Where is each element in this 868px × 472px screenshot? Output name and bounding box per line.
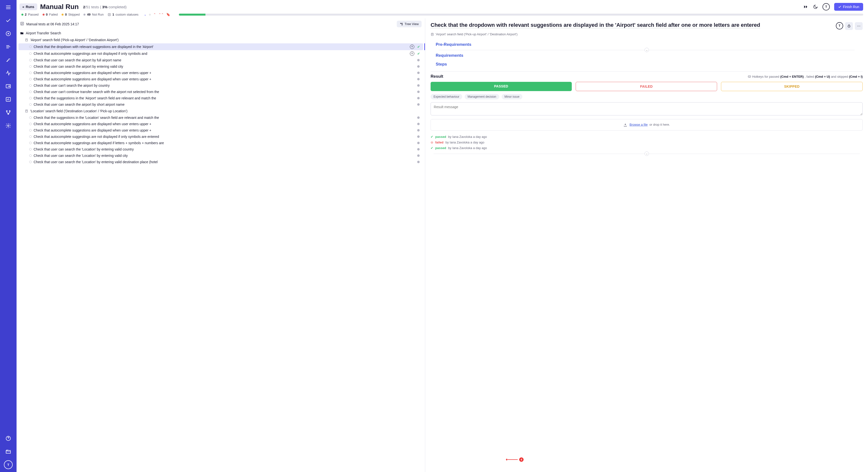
test-row[interactable]: Check that user can search the airport b… bbox=[19, 57, 423, 63]
test-row[interactable]: Check that the dropdown with relevant su… bbox=[19, 43, 423, 50]
left-pane: Manual tests at 06 Feb 2025 14:17 Tree V… bbox=[17, 18, 425, 472]
folder-label: Airport Transfer Search bbox=[26, 31, 61, 35]
test-row[interactable]: Check that the suggestions in the 'Airpo… bbox=[19, 95, 423, 101]
result-tag[interactable]: Minor issue bbox=[502, 94, 522, 99]
stat-filter-icons: ⌄ ○ ⌃ ⌃⌃ 🔖 bbox=[144, 13, 170, 16]
suite-row[interactable]: 'Location' search field ('Destination Lo… bbox=[19, 108, 423, 115]
test-row[interactable]: Check that user can search the 'Location… bbox=[19, 159, 423, 165]
stat-custom: 1custom statuses bbox=[107, 13, 138, 16]
stairs-icon[interactable] bbox=[4, 56, 13, 64]
test-row[interactable]: Check that user can search the airport b… bbox=[19, 101, 423, 108]
result-message-input[interactable] bbox=[431, 102, 863, 115]
stat-notrun: 49Not Run bbox=[84, 13, 103, 16]
result-tag[interactable]: Expected behaviour bbox=[431, 94, 462, 99]
test-row[interactable]: Check that autocomplete suggestions are … bbox=[19, 121, 423, 127]
chevron-up-icon[interactable]: ⌃ bbox=[153, 13, 156, 16]
result-tag[interactable]: Management decision bbox=[465, 94, 499, 99]
test-label: Check that autocomplete suggestings are … bbox=[34, 52, 408, 56]
status-ring-icon bbox=[29, 142, 32, 144]
play-icon[interactable] bbox=[4, 29, 13, 38]
test-row[interactable]: Check that autocomplete suggestings are … bbox=[19, 140, 423, 146]
file-dropzone[interactable]: Browse a file or drop it here. bbox=[431, 119, 863, 130]
passed-button[interactable]: PASSED bbox=[431, 82, 572, 91]
moon-icon[interactable] bbox=[813, 4, 818, 9]
collapse-toggle[interactable]: ⌄ bbox=[645, 48, 649, 52]
test-row[interactable]: Check that the suggestions in the 'Locat… bbox=[19, 115, 423, 121]
tree-view-button[interactable]: Tree View bbox=[397, 21, 422, 27]
double-chevron-up-icon[interactable]: ⌃⌃ bbox=[158, 13, 164, 16]
bookmark-icon[interactable]: 🔖 bbox=[166, 13, 170, 16]
svg-point-6 bbox=[7, 125, 9, 126]
section-steps[interactable]: Steps bbox=[436, 60, 858, 69]
section-requirements[interactable]: Requirements bbox=[436, 51, 858, 60]
timer-button[interactable] bbox=[845, 22, 853, 30]
test-label: Check that user can search the 'Location… bbox=[34, 154, 415, 157]
assignee-avatar[interactable]: T bbox=[836, 22, 843, 29]
branch-icon[interactable] bbox=[4, 108, 13, 117]
fast-forward-icon[interactable] bbox=[803, 4, 808, 9]
status-ring-icon bbox=[29, 59, 32, 61]
test-label: Check that user can search the airport b… bbox=[34, 58, 415, 62]
result-tags: Expected behaviourManagement decisionMin… bbox=[431, 94, 863, 99]
history-row: ✔passed by Iana Zavoloka a day ago bbox=[431, 145, 863, 151]
folder-row[interactable]: Airport Transfer Search bbox=[19, 30, 423, 36]
result-history: ✔passed by Iana Zavoloka a day ago⊖faile… bbox=[431, 134, 863, 151]
failed-button[interactable]: FAILED bbox=[576, 82, 717, 91]
finish-run-label: Finish Run bbox=[843, 5, 859, 9]
status-ring-icon bbox=[29, 136, 32, 138]
test-row[interactable]: Check that autocomplete suggestions are … bbox=[19, 76, 423, 82]
history-meta: by Iana Zavoloka a day ago bbox=[448, 146, 487, 150]
status-ring-icon bbox=[29, 78, 32, 80]
test-row[interactable]: Check that user can't continue transfer … bbox=[19, 89, 423, 95]
browse-file-link[interactable]: Browse a file bbox=[629, 123, 648, 126]
list-icon[interactable] bbox=[4, 42, 13, 51]
test-row[interactable]: Check that autocomplete suggestions are … bbox=[19, 127, 423, 134]
status-ring-icon bbox=[29, 97, 32, 99]
history-row: ⊖failed by Iana Zavoloka a day ago bbox=[431, 140, 863, 145]
skipped-button[interactable]: SKIPPED bbox=[721, 82, 863, 91]
more-button[interactable]: ⋯ bbox=[855, 22, 863, 30]
settings-icon[interactable] bbox=[4, 121, 13, 130]
status-ring-icon bbox=[29, 46, 32, 48]
status-dot bbox=[417, 97, 420, 99]
analytics-icon[interactable] bbox=[4, 95, 13, 104]
history-meta: by Iana Zavoloka a day ago bbox=[448, 135, 487, 139]
test-label: Check that autocomplete suggestings are … bbox=[34, 135, 415, 139]
test-row[interactable]: Check that user can search the 'Location… bbox=[19, 146, 423, 152]
left-pane-subtitle: Manual tests at 06 Feb 2025 14:17 bbox=[26, 22, 79, 26]
progress-bar bbox=[179, 13, 863, 16]
test-row[interactable]: Check that user can search the airport b… bbox=[19, 63, 423, 70]
circle-icon[interactable]: ○ bbox=[149, 13, 151, 16]
chevron-down-icon[interactable]: ⌄ bbox=[144, 13, 147, 16]
check-circle-icon: ✔ bbox=[431, 146, 433, 150]
test-row[interactable]: Check that user can search the 'Location… bbox=[19, 152, 423, 159]
test-label: Check that the dropdown with relevant su… bbox=[34, 45, 408, 49]
assignee-avatar[interactable]: T bbox=[823, 3, 830, 10]
test-row[interactable]: Check that user can't search the airport… bbox=[19, 82, 423, 89]
test-row[interactable]: Check that autocomplete suggestings are … bbox=[19, 50, 423, 57]
test-label: Check that autocomplete suggestions are … bbox=[34, 71, 415, 75]
check-icon[interactable] bbox=[4, 16, 13, 25]
folders-icon[interactable] bbox=[4, 447, 13, 456]
back-label: Runs bbox=[26, 5, 34, 9]
activity-icon[interactable] bbox=[4, 69, 13, 78]
app-logo[interactable]: T bbox=[4, 460, 13, 469]
help-icon[interactable] bbox=[4, 434, 13, 443]
test-row[interactable]: Check that autocomplete suggestings are … bbox=[19, 134, 423, 140]
test-label: Check that autocomplete suggestings are … bbox=[34, 141, 415, 145]
test-label: Check that user can search the 'Location… bbox=[34, 160, 415, 164]
back-button[interactable]: « Runs bbox=[20, 3, 37, 10]
suite-label: 'Airport' search field ('Pick-up Airport… bbox=[30, 38, 119, 42]
import-icon[interactable] bbox=[4, 82, 13, 91]
status-ring-icon bbox=[29, 123, 32, 125]
test-row[interactable]: Check that autocomplete suggestions are … bbox=[19, 70, 423, 76]
history-collapse-toggle[interactable]: ⌄ bbox=[645, 151, 649, 156]
suite-row[interactable]: 'Airport' search field ('Pick-up Airport… bbox=[19, 36, 423, 43]
history-status: passed bbox=[435, 135, 446, 139]
right-pane: Check that the dropdown with relevant su… bbox=[425, 18, 868, 472]
detail-title-row: Check that the dropdown with relevant su… bbox=[431, 22, 863, 30]
breadcrumb[interactable]: 'Airport' search field ('Pick-up Airport… bbox=[431, 32, 863, 36]
finish-run-button[interactable]: Finish Run bbox=[834, 3, 863, 11]
menu-icon[interactable] bbox=[4, 3, 13, 12]
detail-title[interactable]: Check that the dropdown with relevant su… bbox=[431, 22, 760, 28]
